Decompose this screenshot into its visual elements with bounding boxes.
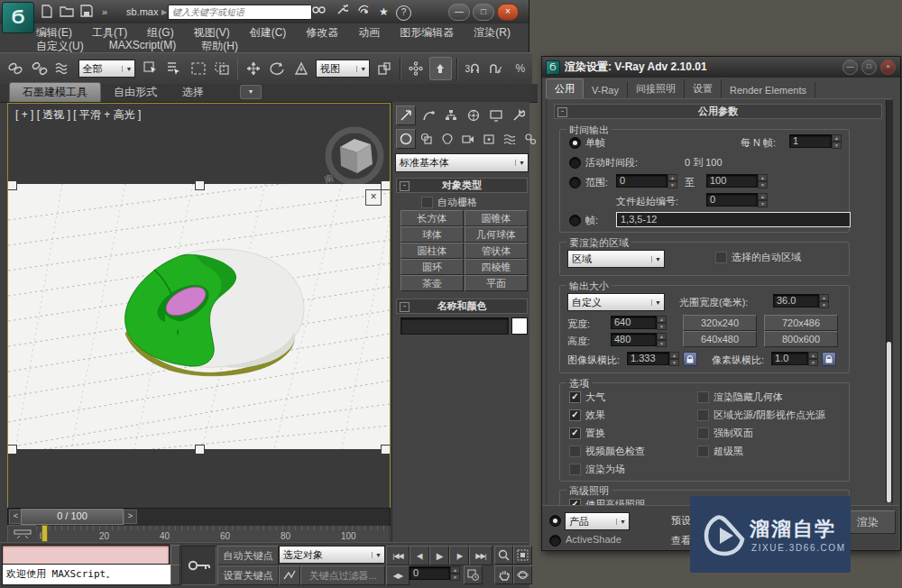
production-dropdown[interactable]: 产品 <box>565 512 630 530</box>
space-warps-category-icon[interactable] <box>500 129 520 149</box>
menu-graph-editors[interactable]: 图形编辑器 <box>400 25 454 41</box>
mini-curve-editor-button[interactable] <box>7 525 37 544</box>
track-bar-ruler[interactable]: 0 20 40 60 80 100 <box>36 525 389 543</box>
play-button[interactable]: ▶ <box>429 546 449 565</box>
force-2-sided-checkbox[interactable] <box>697 427 709 439</box>
spinner-arrows[interactable]: ▲▼ <box>667 174 677 188</box>
frames-field[interactable]: 1,3,5-12 <box>616 212 851 227</box>
reference-coordinate-dropdown[interactable]: 视图 <box>316 60 370 78</box>
perspective-viewport[interactable]: [ + ] [ 透视 ] [ 平滑 + 高光 ] 南 <box>7 103 391 509</box>
time-slider-next-icon[interactable]: > <box>124 510 137 524</box>
percent-snap-toggle-icon[interactable]: % <box>511 58 531 79</box>
ribbon-tab-selection[interactable]: 选择 <box>170 83 216 102</box>
new-file-icon[interactable] <box>38 5 56 20</box>
image-aspect-spinner[interactable]: 1.333 ▲▼ <box>627 352 679 365</box>
time-slider-handle[interactable]: 0 / 100 <box>21 509 124 525</box>
render-to-fields-checkbox[interactable] <box>569 464 581 475</box>
spinner-arrows[interactable]: ▲▼ <box>669 352 679 365</box>
region-handle-top-right[interactable] <box>381 180 391 190</box>
output-size-dropdown[interactable]: 自定义 <box>567 293 665 311</box>
res-800x600-button[interactable]: 800x600 <box>764 331 838 347</box>
keyboard-shortcut-override-icon[interactable] <box>429 57 452 80</box>
common-parameters-rollout[interactable]: - 公用参数 <box>554 104 882 119</box>
dialog-titlebar[interactable]: Ϭ 渲染设置: V-Ray Adv 2.10.01 — □ × <box>542 57 900 78</box>
go-to-start-button[interactable]: |◀◀ <box>386 546 410 565</box>
tab-indirect-illumination[interactable]: 间接照明 <box>628 79 685 98</box>
cone-button[interactable]: 圆锥体 <box>465 210 528 226</box>
go-to-end-button[interactable]: ▶▶| <box>469 546 492 565</box>
aperture-value[interactable]: 36.0 <box>773 294 819 308</box>
spinner-arrows[interactable]: ▲▼ <box>758 174 768 188</box>
every-n-spinner[interactable]: 1 ▲▼ <box>789 134 842 148</box>
selection-set-dropdown[interactable]: 选定对象 <box>279 546 385 564</box>
select-and-manipulate-icon[interactable] <box>406 58 427 79</box>
set-key-button[interactable]: 设置关键点 <box>217 565 279 585</box>
select-and-link-icon[interactable] <box>5 58 26 79</box>
image-aspect-lock-icon[interactable] <box>683 352 697 366</box>
region-handle-bottom-left[interactable] <box>7 445 17 455</box>
select-by-name-icon[interactable] <box>164 58 185 79</box>
range-from-value[interactable]: 0 <box>616 174 667 188</box>
region-handle-bottom-center[interactable] <box>195 445 205 455</box>
dialog-scrollbar-thumb[interactable] <box>887 342 891 502</box>
window-close-button[interactable]: × <box>497 4 519 21</box>
search-communicate-icon[interactable] <box>310 4 327 20</box>
wrench-icon[interactable] <box>334 4 351 20</box>
create-tab-icon[interactable] <box>396 106 416 125</box>
orbit-icon[interactable] <box>513 565 532 584</box>
pixel-aspect-lock-icon[interactable] <box>822 352 836 366</box>
effects-checkbox[interactable]: ✓ <box>569 409 581 421</box>
height-value[interactable]: 480 <box>611 333 657 346</box>
unlink-selection-icon[interactable] <box>30 58 51 79</box>
autogrid-checkbox[interactable] <box>421 197 433 208</box>
utilities-tab-icon[interactable] <box>509 106 529 125</box>
viewcube[interactable]: 南 <box>313 120 391 190</box>
spinner-arrows[interactable]: ▲▼ <box>657 316 667 329</box>
width-value[interactable]: 640 <box>611 316 657 329</box>
select-and-rotate-icon[interactable] <box>267 58 288 79</box>
height-spinner[interactable]: 480 ▲▼ <box>611 333 667 346</box>
atmospherics-checkbox[interactable]: ✓ <box>569 391 581 403</box>
snaps-toggle-3d-icon[interactable]: 3 <box>463 58 483 79</box>
pan-hand-icon[interactable] <box>494 565 513 584</box>
spinner-arrows[interactable]: ▲▼ <box>450 566 460 580</box>
super-black-checkbox[interactable] <box>697 446 709 457</box>
plane-button[interactable]: 平面 <box>465 275 528 291</box>
range-to-spinner[interactable]: 100 ▲▼ <box>706 174 768 188</box>
dialog-minimize-button[interactable]: — <box>842 60 858 75</box>
open-file-icon[interactable] <box>58 5 76 20</box>
activeshade-radio[interactable] <box>549 535 561 547</box>
rectangular-selection-region-icon[interactable] <box>188 58 208 79</box>
cylinder-button[interactable]: 圆柱体 <box>400 243 464 259</box>
ribbon-tab-graphite[interactable]: 石墨建模工具 <box>9 82 101 102</box>
geometry-category-icon[interactable] <box>396 129 416 149</box>
res-320x240-button[interactable]: 320x240 <box>683 315 757 331</box>
region-close-icon[interactable]: × <box>365 189 382 206</box>
spinner-arrows[interactable]: ▲▼ <box>832 134 842 148</box>
modify-tab-icon[interactable] <box>419 106 438 125</box>
teapot-button[interactable]: 茶壶 <box>400 275 464 291</box>
motion-tab-icon[interactable] <box>464 106 483 125</box>
width-spinner[interactable]: 640 ▲▼ <box>611 316 667 329</box>
region-handle-top-left[interactable] <box>7 180 17 190</box>
pyramid-button[interactable]: 四棱锥 <box>465 259 528 275</box>
help-icon[interactable]: ? <box>395 4 412 20</box>
menu-animation[interactable]: 动画 <box>358 25 380 41</box>
auto-region-checkbox[interactable] <box>715 252 727 263</box>
search-input[interactable] <box>168 5 312 20</box>
video-color-check-checkbox[interactable] <box>569 446 581 457</box>
set-keys-button[interactable] <box>181 546 216 585</box>
tab-render-elements[interactable]: Render Elements <box>722 82 815 98</box>
pixel-aspect-value[interactable]: 1.0 <box>771 352 808 365</box>
previous-frame-button[interactable]: ◀| <box>410 546 429 565</box>
spinner-arrows[interactable]: ▲▼ <box>808 352 818 365</box>
tab-common[interactable]: 公用 <box>546 78 584 98</box>
spinner-arrows[interactable]: ▲▼ <box>758 193 768 207</box>
favorites-star-icon[interactable]: ★ <box>375 4 392 20</box>
display-tab-icon[interactable] <box>486 106 506 125</box>
listener-splitter[interactable] <box>170 565 180 585</box>
object-color-swatch[interactable] <box>511 317 528 335</box>
window-maximize-button[interactable]: □ <box>473 4 494 21</box>
default-tangent-icon[interactable] <box>279 565 300 585</box>
box-button[interactable]: 长方体 <box>400 210 464 226</box>
